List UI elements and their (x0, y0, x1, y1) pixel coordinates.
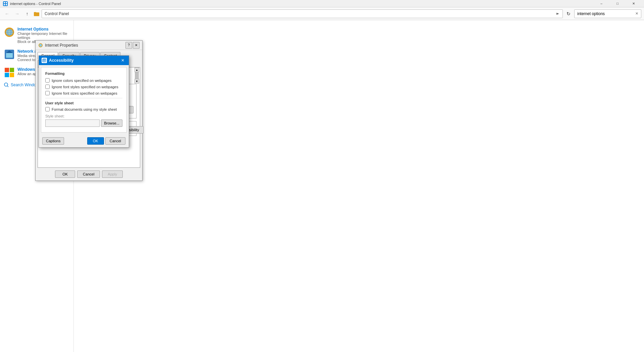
up-button[interactable]: ↑ (23, 9, 32, 18)
accessibility-footer: Captions OK Cancel (39, 135, 129, 147)
accessibility-close-button[interactable]: ✕ (119, 57, 126, 64)
minimize-button[interactable]: – (594, 0, 609, 7)
cancel-button[interactable]: Cancel (77, 170, 100, 178)
user-style-sheet-label: User style sheet (45, 101, 122, 105)
svg-rect-4 (6, 4, 7, 5)
svg-rect-29 (45, 61, 46, 62)
svg-rect-3 (4, 4, 5, 5)
browse-button[interactable]: Browse... (101, 119, 122, 127)
search-clear-icon[interactable]: ✕ (635, 11, 638, 16)
accessibility-dialog: Accessibility ✕ Formatting Ignore colors… (39, 55, 129, 148)
svg-rect-26 (43, 59, 44, 60)
formatting-label: Formatting (45, 71, 122, 76)
internet-options-icon (4, 27, 15, 38)
accessibility-content: Formatting Ignore colors specified on we… (41, 67, 127, 133)
scroll-thumb[interactable] (135, 72, 139, 79)
title-bar-left: internet options - Control Panel (3, 1, 61, 6)
svg-rect-5 (34, 12, 39, 16)
svg-rect-15 (6, 53, 13, 58)
main-panel (74, 20, 644, 352)
svg-rect-17 (5, 68, 9, 72)
back-button[interactable]: ← (3, 9, 11, 18)
svg-rect-27 (45, 59, 46, 60)
ignore-font-styles-checkbox[interactable] (45, 85, 50, 89)
accessibility-title-text: Accessibility (49, 58, 73, 63)
format-style-sheet-checkbox[interactable] (45, 107, 50, 111)
ignore-colors-row: Ignore colors specified on webpages (45, 78, 122, 83)
ignore-font-sizes-checkbox[interactable] (45, 91, 50, 95)
acc-footer-right: OK Cancel (87, 137, 125, 145)
breadcrumb-arrow-icon (556, 12, 560, 16)
divider (45, 98, 122, 98)
folder-icon (34, 11, 40, 17)
network-icon (4, 49, 15, 60)
svg-rect-1 (4, 2, 5, 3)
dialog-help-button[interactable]: ? (125, 42, 132, 49)
scroll-down-arrow[interactable]: ▼ (135, 79, 139, 84)
accessibility-icon (42, 58, 47, 63)
style-sheet-input-line: Browse... (45, 119, 122, 127)
ignore-colors-checkbox[interactable] (45, 78, 50, 83)
captions-button[interactable]: Captions (42, 137, 64, 145)
scroll-up-arrow[interactable]: ▲ (135, 67, 139, 72)
scrollbar[interactable]: ▲ ▼ (135, 67, 139, 84)
svg-rect-6 (34, 12, 36, 13)
ignore-font-sizes-row: Ignore font sizes specified on webpages (45, 91, 122, 95)
accessibility-cancel-button[interactable]: Cancel (105, 137, 125, 145)
apply-button[interactable]: Apply (102, 170, 123, 178)
sidebar-item-internet-options-title: Internet Options (17, 27, 69, 32)
ignore-font-sizes-label: Ignore font sizes specified on webpages (52, 91, 117, 95)
window-title: internet options - Control Panel (10, 2, 61, 6)
format-style-sheet-label: Format documents using my style sheet (52, 107, 117, 111)
search-wrap: ✕ (574, 9, 641, 18)
close-button[interactable]: ✕ (626, 0, 641, 7)
search-icon (4, 83, 9, 87)
sidebar-item-internet-options-desc1: Change temporary Internet file settings (17, 32, 69, 40)
forward-button[interactable]: → (13, 9, 21, 18)
ignore-colors-label: Ignore colors specified on webpages (52, 79, 112, 83)
ok-button[interactable]: OK (55, 170, 75, 178)
windows-icon (4, 67, 15, 78)
svg-rect-28 (43, 61, 44, 62)
dialog-footer: OK Cancel Apply (36, 168, 142, 181)
style-sheet-input-row: Style sheet: Browse... (45, 114, 122, 127)
search-input[interactable] (577, 11, 635, 16)
svg-rect-2 (6, 2, 7, 3)
address-bar: ← → ↑ Control Panel ↻ ✕ (0, 7, 644, 20)
svg-marker-7 (556, 13, 559, 15)
breadcrumb-path: Control Panel (45, 11, 556, 16)
accessibility-ok-button[interactable]: OK (87, 137, 104, 145)
ignore-font-styles-label: Ignore font styles specified on webpages (52, 85, 118, 89)
svg-point-24 (39, 44, 42, 47)
maximize-button[interactable]: □ (610, 0, 625, 7)
svg-rect-19 (5, 73, 9, 77)
style-sheet-sub-label: Style sheet: (45, 114, 122, 118)
control-panel-icon (3, 1, 8, 6)
accessibility-title-bar: Accessibility ✕ (39, 56, 129, 65)
svg-line-22 (7, 86, 8, 87)
title-bar: internet options - Control Panel – □ ✕ (0, 0, 644, 7)
dialog-close-button[interactable]: ✕ (133, 42, 140, 49)
title-bar-controls: – □ ✕ (594, 0, 641, 7)
dialog-title-bar: Internet Properties ? ✕ (36, 41, 142, 50)
ignore-font-styles-row: Ignore font styles specified on webpages (45, 85, 122, 89)
style-sheet-input[interactable] (45, 119, 100, 127)
dialog-icon (38, 43, 43, 48)
svg-rect-18 (10, 68, 14, 72)
svg-rect-20 (10, 73, 14, 77)
style-sheet-checkbox-row: Format documents using my style sheet (45, 107, 122, 111)
content-area: Internet Options Change temporary Intern… (0, 20, 644, 352)
svg-point-21 (4, 83, 8, 86)
breadcrumb-text: Control Panel (45, 11, 69, 16)
refresh-button[interactable]: ↻ (564, 9, 573, 18)
address-input[interactable]: Control Panel (42, 9, 563, 18)
dialog-title-text: Internet Properties (45, 43, 78, 48)
